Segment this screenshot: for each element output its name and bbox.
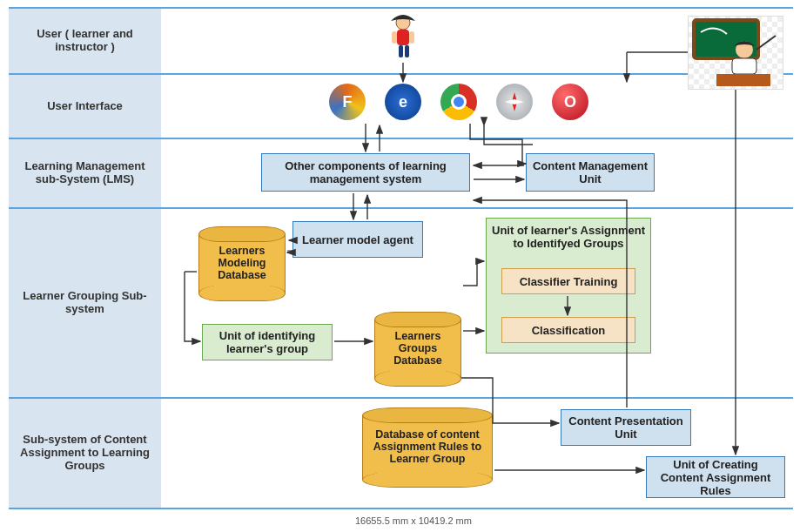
chrome-icon <box>440 84 477 120</box>
row-label-ui: User Interface <box>9 73 161 138</box>
divider <box>9 508 793 509</box>
lms-other-components: Other components of learning management … <box>261 153 470 192</box>
icon-glyph: e <box>399 93 407 111</box>
db-label: Learners Modeling Database <box>198 246 286 282</box>
svg-marker-12 <box>505 99 524 104</box>
db-label: Database of content Assignment Rules to … <box>362 428 493 465</box>
icon-glyph: O <box>564 93 576 111</box>
learner-model-agent: Learner model agent <box>292 221 423 258</box>
svg-rect-1 <box>397 30 409 45</box>
content-assignment-rules-db: Database of content Assignment Rules to … <box>362 407 493 488</box>
row-label-user: User ( learner and instructor ) <box>9 7 161 73</box>
content-management-unit: Content Management Unit <box>526 153 655 192</box>
ie-icon: e <box>385 84 421 120</box>
classification: Classification <box>501 317 635 343</box>
browser-icons: F e O <box>329 84 588 120</box>
svg-rect-9 <box>716 74 770 86</box>
unit-creating-content-rules: Unit of Creating Content Assignment Rule… <box>646 456 785 498</box>
svg-rect-4 <box>399 45 403 57</box>
row-label-grouping: Learner Grouping Sub-system <box>9 207 161 397</box>
svg-rect-2 <box>392 31 397 44</box>
unit-identifying-group: Unit of identifying learner's group <box>202 324 333 360</box>
firefox-icon: F <box>329 84 366 120</box>
row-label-lms: Learning Management sub-System (LMS) <box>9 138 161 207</box>
opera-icon: O <box>552 84 588 120</box>
row-label-content-assign: Sub-system of Content Assignment to Lear… <box>9 397 161 508</box>
footer-dimensions: 16655.5 mm x 10419.2 mm <box>355 515 472 526</box>
student-icon <box>383 12 423 63</box>
teacher-icon <box>688 16 783 90</box>
icon-glyph: F <box>343 93 353 111</box>
chrome-core <box>451 94 467 110</box>
db-label: Learners Groups Database <box>374 331 461 367</box>
learners-modeling-db: Learners Modeling Database <box>198 226 286 301</box>
classifier-training: Classifier Training <box>501 268 635 294</box>
ula-title: Unit of learner's Assignment to Identify… <box>492 224 645 250</box>
svg-rect-8 <box>732 58 756 74</box>
svg-rect-3 <box>409 31 414 44</box>
content-presentation-unit: Content Presentation Unit <box>561 409 691 446</box>
svg-rect-5 <box>405 45 409 57</box>
svg-line-41 <box>494 432 559 444</box>
safari-icon <box>496 84 533 120</box>
learners-groups-db: Learners Groups Database <box>374 312 461 387</box>
